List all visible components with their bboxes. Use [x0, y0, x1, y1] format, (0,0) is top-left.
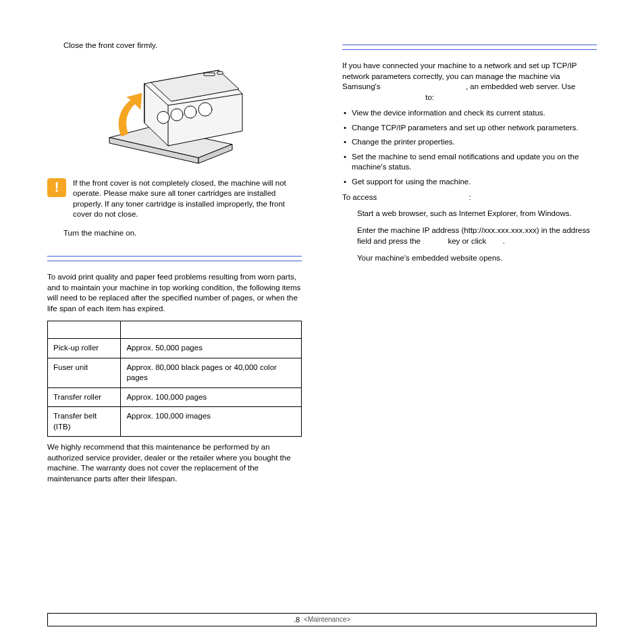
svg-point-3 [198, 103, 212, 116]
svg-rect-4 [204, 73, 215, 76]
table-row: Transfer belt (ITB) Approx. 100,000 imag… [48, 407, 302, 437]
step-close-cover-text: Close the front cover firmly. [47, 41, 302, 51]
table-row: Fuser unit Approx. 80,000 black pages or… [48, 358, 302, 387]
step-turn-on-text: Turn the machine on. [47, 228, 302, 239]
svg-point-1 [171, 109, 183, 121]
section-divider [47, 261, 302, 261]
section-divider [342, 49, 597, 50]
svg-point-0 [157, 111, 169, 124]
access-label: To access : [342, 192, 597, 203]
part-yield: Approx. 50,000 pages [121, 339, 302, 358]
access-step-2: Enter the machine IP address (http://xxx… [342, 225, 597, 246]
table-row: Pick-up roller Approx. 50,000 pages [48, 339, 302, 358]
svg-point-2 [184, 106, 196, 118]
list-item: Change the printer properties. [342, 137, 597, 148]
section-divider [342, 45, 597, 45]
step-turn-on: Turn the machine on. [47, 228, 302, 239]
page-footer: .8 <Maintenance> [47, 613, 597, 626]
part-yield: Approx. 80,000 black pages or 40,000 col… [121, 358, 302, 387]
web-server-intro: If you have connected your machine to a … [342, 61, 597, 103]
caution-block: ! If the front cover is not completely c… [47, 178, 302, 220]
list-item: Set the machine to send email notificati… [342, 152, 597, 173]
step-close-cover: Close the front cover firmly. [47, 41, 302, 51]
maintenance-intro: To avoid print quality and paper feed pr… [47, 272, 302, 314]
caution-icon: ! [47, 178, 66, 197]
part-name: Fuser unit [48, 358, 121, 387]
list-item: Change TCP/IP parameters and set up othe… [342, 123, 597, 134]
feature-list: View the device information and check it… [342, 108, 597, 187]
printer-close-cover-illustration [97, 57, 252, 171]
part-name: Pick-up roller [48, 339, 121, 358]
table-row: Transfer roller Approx. 100,000 pages [48, 387, 302, 407]
part-yield: Approx. 100,000 images [121, 407, 302, 437]
section-divider [47, 256, 302, 257]
part-name: Transfer belt (ITB) [48, 407, 121, 437]
access-step-1: Start a web browser, such as Internet Ex… [342, 209, 597, 219]
caution-text: If the front cover is not completely clo… [73, 178, 302, 220]
list-item: Get support for using the machine. [342, 177, 597, 188]
table-header-item [48, 321, 121, 339]
svg-rect-5 [217, 72, 223, 74]
left-column: Close the front cover firmly. [47, 41, 302, 489]
page-number: .8 [294, 615, 300, 625]
access-step-3: Your machine's embedded website opens. [342, 253, 597, 264]
maintenance-parts-table: Pick-up roller Approx. 50,000 pages Fuse… [47, 321, 302, 437]
page-section-label: <Maintenance> [304, 615, 350, 624]
part-yield: Approx. 100,000 pages [121, 387, 302, 407]
list-item: View the device information and check it… [342, 108, 597, 119]
table-header-yield [121, 321, 302, 339]
maintenance-note: We highly recommend that this maintenanc… [47, 442, 302, 484]
right-column: If you have connected your machine to a … [342, 41, 597, 489]
part-name: Transfer roller [48, 387, 121, 407]
